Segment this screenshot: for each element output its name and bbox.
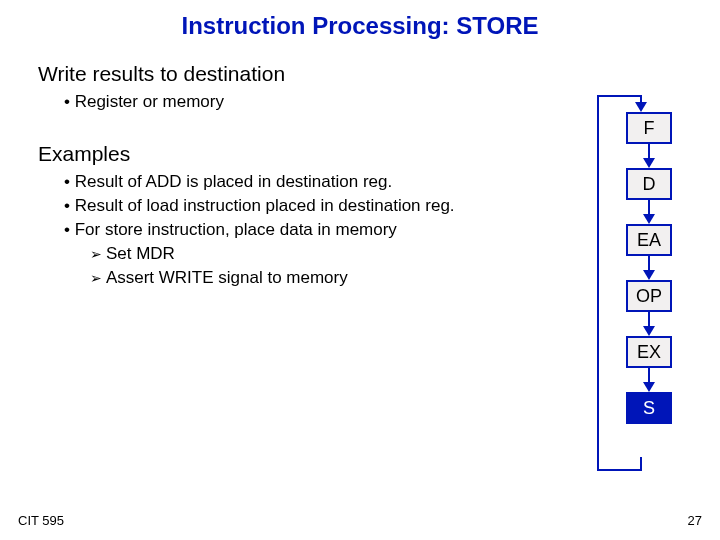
slide-body: Write results to destination Register or… [38, 58, 578, 292]
slide-title: Instruction Processing: STORE [0, 0, 720, 40]
footer-course: CIT 595 [18, 513, 64, 528]
arrow-down-icon [643, 214, 655, 224]
section-heading: Write results to destination [38, 62, 578, 86]
arrow-down-icon [643, 326, 655, 336]
bullet-item: Result of ADD is placed in destination r… [64, 172, 578, 192]
subbullet-item: Set MDR [90, 244, 578, 264]
stage-box-s: S [626, 392, 672, 424]
arrow-down-icon [643, 270, 655, 280]
stage-box-ea: EA [626, 224, 672, 256]
stage-box-ex: EX [626, 336, 672, 368]
bullet-item: Register or memory [64, 92, 578, 112]
arrow-down-icon [643, 158, 655, 168]
section-heading: Examples [38, 142, 578, 166]
svg-marker-0 [635, 102, 647, 112]
subbullet-item: Assert WRITE signal to memory [90, 268, 578, 288]
bullet-item: Result of load instruction placed in des… [64, 196, 578, 216]
bullet-item: For store instruction, place data in mem… [64, 220, 578, 240]
pipeline-flow: F D EA OP EX S [618, 112, 680, 424]
stage-box-op: OP [626, 280, 672, 312]
arrow-down-icon [643, 382, 655, 392]
footer-page-number: 27 [688, 513, 702, 528]
stage-box-f: F [626, 112, 672, 144]
stage-box-d: D [626, 168, 672, 200]
